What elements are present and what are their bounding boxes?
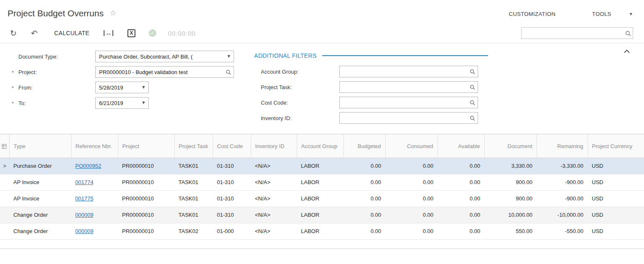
- cell-type[interactable]: Change Order: [9, 207, 71, 223]
- chevron-down-icon[interactable]: ▼: [141, 100, 146, 105]
- table-row[interactable]: AP Invoice 001775 PR00000010 TASK01 01-3…: [0, 190, 644, 207]
- cell-account-group[interactable]: LABOR: [297, 223, 344, 239]
- col-header-available[interactable]: Available: [438, 134, 484, 158]
- cell-currency[interactable]: USD: [588, 158, 644, 174]
- calculate-button[interactable]: CALCULATE: [54, 30, 89, 36]
- cell-reference[interactable]: 000009: [71, 207, 118, 223]
- cell-currency[interactable]: USD: [588, 190, 644, 207]
- cell-inventory-id[interactable]: <N/A>: [251, 158, 297, 174]
- customization-menu[interactable]: CUSTOMIZATION: [509, 11, 556, 17]
- cell-project[interactable]: PR00000010: [118, 158, 174, 174]
- col-header-remaining[interactable]: Remaining: [537, 134, 588, 158]
- cell-reference[interactable]: 000009: [71, 223, 118, 239]
- cell-budgeted[interactable]: 0.00: [344, 190, 385, 207]
- cell-remaining[interactable]: -3,330.00: [537, 158, 588, 174]
- reference-link[interactable]: PO000952: [75, 163, 101, 169]
- cell-cost-code[interactable]: 01-310: [213, 174, 251, 190]
- table-row[interactable]: Change Order 000009 PR00000010 TASK01 01…: [0, 207, 644, 223]
- cell-document[interactable]: 550.00: [484, 223, 537, 239]
- cell-document[interactable]: 900.00: [484, 190, 537, 207]
- cell-project[interactable]: PR00000010: [118, 207, 174, 223]
- cell-available[interactable]: 0.00: [438, 174, 484, 190]
- cell-account-group[interactable]: LABOR: [297, 190, 344, 207]
- chevron-down-icon[interactable]: ▼: [227, 54, 231, 59]
- col-header-account-group[interactable]: Account Group: [297, 134, 344, 158]
- collapse-panel-button[interactable]: [624, 47, 630, 55]
- chevron-down-icon[interactable]: ▼: [141, 85, 146, 90]
- cell-type[interactable]: AP Invoice: [9, 190, 71, 207]
- cell-consumed[interactable]: 0.00: [385, 190, 438, 207]
- cell-consumed[interactable]: 0.00: [385, 223, 438, 239]
- to-date-picker[interactable]: 6/21/2019 ▼: [95, 97, 149, 109]
- cell-type[interactable]: AP Invoice: [9, 174, 71, 190]
- cell-available[interactable]: 0.00: [438, 223, 484, 239]
- col-header-cost-code[interactable]: Cost Code: [213, 134, 251, 158]
- cell-budgeted[interactable]: 0.00: [344, 223, 385, 239]
- cell-inventory-id[interactable]: <N/A>: [251, 174, 297, 190]
- col-header-project-task[interactable]: Project Task: [174, 134, 213, 158]
- cell-reference[interactable]: 001775: [71, 190, 118, 207]
- tools-menu[interactable]: TOOLS▼: [575, 11, 633, 17]
- cell-inventory-id[interactable]: <N/A>: [251, 190, 297, 207]
- export-excel-button[interactable]: X: [127, 29, 135, 37]
- col-header-consumed[interactable]: Consumed: [385, 134, 438, 158]
- cell-document[interactable]: 900.00: [484, 174, 537, 190]
- cell-account-group[interactable]: LABOR: [297, 158, 344, 174]
- validate-check-icon[interactable]: ✓: [149, 29, 156, 37]
- table-row[interactable]: > Purchase Order PO000952 PR00000010 TAS…: [0, 158, 644, 174]
- cell-cost-code[interactable]: 01-310: [213, 158, 251, 174]
- col-header-project[interactable]: Project: [118, 134, 174, 158]
- cell-project-task[interactable]: TASK01: [174, 190, 213, 207]
- undo-button[interactable]: ↶: [31, 29, 38, 37]
- cell-remaining[interactable]: -550.00: [537, 223, 588, 239]
- col-header-budgeted[interactable]: Budgeted: [344, 134, 385, 158]
- reference-link[interactable]: 001775: [75, 195, 93, 202]
- cell-inventory-id[interactable]: <N/A>: [251, 223, 297, 239]
- search-icon[interactable]: [226, 69, 231, 75]
- cell-type[interactable]: Purchase Order: [9, 158, 71, 174]
- cell-project-task[interactable]: TASK01: [174, 158, 213, 174]
- cell-cost-code[interactable]: 01-310: [213, 190, 251, 207]
- col-header-reference[interactable]: Reference Nbr.: [71, 134, 118, 158]
- col-header-inventory-id[interactable]: Inventory ID: [251, 134, 297, 158]
- reference-link[interactable]: 001774: [75, 179, 93, 185]
- table-row[interactable]: AP Invoice 001774 PR00000010 TASK01 01-3…: [0, 174, 644, 190]
- cell-reference[interactable]: 001774: [71, 174, 118, 190]
- cell-consumed[interactable]: 0.00: [385, 207, 438, 223]
- reference-link[interactable]: 000009: [75, 228, 93, 234]
- cell-document[interactable]: 10,000.00: [484, 207, 537, 223]
- cell-consumed[interactable]: 0.00: [385, 158, 438, 174]
- cell-available[interactable]: 0.00: [438, 158, 484, 174]
- project-lookup[interactable]: PR00000010 - Budget validation test: [95, 66, 234, 78]
- from-date-picker[interactable]: 5/28/2019 ▼: [95, 82, 149, 93]
- cell-document[interactable]: 3,330.00: [484, 158, 537, 174]
- reference-link[interactable]: 000009: [75, 212, 93, 218]
- cell-currency[interactable]: USD: [588, 223, 644, 239]
- cost-code-lookup[interactable]: [339, 97, 478, 108]
- search-icon[interactable]: [470, 115, 475, 121]
- cell-budgeted[interactable]: 0.00: [344, 207, 385, 223]
- cell-account-group[interactable]: LABOR: [297, 174, 344, 190]
- search-icon[interactable]: [624, 29, 633, 37]
- cell-consumed[interactable]: 0.00: [385, 174, 438, 190]
- search-icon[interactable]: [470, 100, 475, 105]
- col-header-project-currency[interactable]: Project Currency: [588, 134, 644, 158]
- grid-settings-icon[interactable]: [0, 134, 9, 158]
- cell-project-task[interactable]: TASK01: [174, 174, 213, 190]
- document-type-dropdown[interactable]: Purchase Order, Subcontract, AP Bill, ( …: [95, 51, 234, 62]
- cell-account-group[interactable]: LABOR: [297, 207, 344, 223]
- cell-remaining[interactable]: -10,000.00: [537, 207, 588, 223]
- cell-project-task[interactable]: TASK01: [174, 207, 213, 223]
- cell-project[interactable]: PR00000010: [118, 190, 174, 207]
- cell-project[interactable]: PR00000010: [118, 223, 174, 239]
- cell-budgeted[interactable]: 0.00: [344, 158, 385, 174]
- cell-budgeted[interactable]: 0.00: [344, 174, 385, 190]
- cell-available[interactable]: 0.00: [438, 207, 484, 223]
- cell-currency[interactable]: USD: [588, 174, 644, 190]
- refresh-button[interactable]: ↻: [10, 29, 17, 37]
- cell-remaining[interactable]: -900.00: [537, 174, 588, 190]
- inventory-id-lookup[interactable]: [339, 112, 478, 124]
- col-header-type[interactable]: Type: [9, 134, 71, 158]
- cell-reference[interactable]: PO000952: [71, 158, 118, 174]
- cell-cost-code[interactable]: 01-310: [213, 207, 251, 223]
